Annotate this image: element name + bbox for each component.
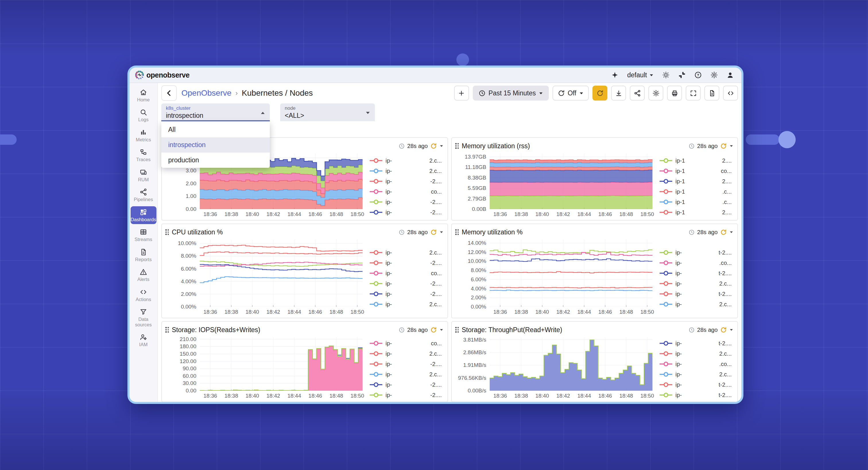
chart-plot[interactable] — [490, 240, 652, 307]
legend-item[interactable]: ip--2.... — [369, 281, 442, 287]
chart-plot[interactable] — [200, 240, 363, 307]
chart-plot[interactable] — [490, 153, 652, 209]
sidebar-item-actions[interactable]: Actions — [131, 286, 156, 304]
json-view-button[interactable] — [704, 86, 719, 100]
legend-item[interactable]: ip-t-2.... — [659, 382, 732, 388]
legend-item[interactable]: ip-2.c... — [659, 281, 732, 287]
back-button[interactable] — [161, 85, 177, 101]
legend-item[interactable]: ip-12.... — [659, 157, 732, 164]
refresh-now-button[interactable] — [592, 86, 608, 100]
legend-item[interactable]: ip-12.... — [659, 209, 732, 216]
auto-refresh-button[interactable]: Off — [553, 86, 589, 100]
legend-item[interactable]: ip--2.... — [369, 178, 442, 185]
drag-handle-icon[interactable] — [455, 229, 459, 235]
legend-item[interactable]: ip-2.c... — [369, 157, 442, 164]
legend-item[interactable]: ip-1.c... — [659, 188, 732, 195]
legend-item[interactable]: ip-t-2.... — [659, 291, 732, 297]
legend-item[interactable]: ip-2.c... — [369, 351, 442, 357]
share-button[interactable] — [630, 86, 645, 100]
legend-item[interactable]: ip-2.c... — [369, 168, 442, 174]
legend-item[interactable]: ip--2.... — [369, 361, 442, 368]
legend-item[interactable]: ip-t-2.... — [659, 270, 732, 277]
legend-item[interactable]: ip-co... — [369, 270, 442, 277]
legend-item[interactable]: ip--2.... — [369, 260, 442, 266]
legend-item[interactable]: ip-1.c... — [659, 199, 732, 205]
export-button[interactable] — [611, 86, 626, 100]
legend-item[interactable]: ip-2.c... — [369, 301, 442, 308]
legend-item[interactable]: ip--2.... — [369, 209, 442, 216]
legend-item[interactable]: ip-co... — [369, 188, 442, 195]
help-button[interactable]: ? — [694, 71, 702, 79]
user-menu-button[interactable] — [726, 71, 734, 79]
ai-sparkle-button[interactable] — [611, 71, 619, 79]
brand[interactable]: openobserve — [135, 71, 189, 79]
legend-item[interactable]: ip--2.... — [369, 199, 442, 205]
legend-item[interactable]: ip--2.... — [369, 392, 442, 399]
sidebar-item-rum[interactable]: RUM — [131, 166, 156, 184]
cluster-option-all[interactable]: All — [161, 122, 270, 137]
query-inspector-button[interactable] — [723, 86, 738, 100]
legend-item[interactable]: ip-2.c... — [659, 371, 732, 378]
cluster-option-introspection[interactable]: introspection — [161, 137, 270, 152]
panel-refresh-icon[interactable] — [430, 143, 437, 149]
add-panel-button[interactable] — [454, 86, 469, 100]
sidebar-item-reports[interactable]: Reports — [131, 246, 156, 264]
panel-refresh-icon[interactable] — [430, 229, 437, 236]
legend-item[interactable]: ip-t-2.... — [659, 249, 732, 256]
legend-item[interactable]: ip--2.... — [369, 382, 442, 388]
drag-handle-icon[interactable] — [455, 327, 459, 333]
legend-item[interactable]: ip-12.... — [659, 178, 732, 185]
sidebar-item-traces[interactable]: Traces — [131, 146, 156, 164]
sidebar-item-pipelines[interactable]: Pipelines — [131, 186, 156, 204]
panel-refresh-icon[interactable] — [720, 143, 727, 149]
x-tick-label: 18:44 — [577, 393, 591, 399]
drag-handle-icon[interactable] — [455, 143, 459, 149]
legend-item[interactable]: ip-.co... — [659, 361, 732, 368]
fullscreen-button[interactable] — [686, 86, 701, 100]
decor-circle-top — [456, 53, 469, 66]
legend-item[interactable]: ip-2.c... — [659, 351, 732, 357]
legend-item[interactable]: ip-.co... — [659, 260, 732, 266]
cluster-option-production[interactable]: production — [161, 152, 270, 168]
theme-toggle-button[interactable] — [662, 71, 670, 79]
panel-menu-icon[interactable] — [439, 145, 443, 147]
legend-item[interactable]: ip-co... — [369, 340, 442, 347]
sidebar-item-iam[interactable]: IAM — [131, 331, 156, 349]
cluster-select[interactable]: k8s_cluster introspection Allintrospecti… — [161, 104, 270, 121]
legend-item[interactable]: ip-1co... — [659, 168, 732, 174]
chart-plot[interactable] — [490, 337, 652, 391]
sidebar-item-home[interactable]: Home — [131, 86, 156, 104]
dashboard-settings-button[interactable] — [648, 86, 663, 100]
panel-menu-icon[interactable] — [730, 145, 733, 147]
print-button[interactable] — [667, 86, 682, 100]
legend-item[interactable]: ip--2.... — [369, 291, 442, 297]
panel-refresh-icon[interactable] — [720, 327, 727, 333]
panel-menu-icon[interactable] — [730, 328, 733, 331]
settings-button[interactable] — [710, 71, 718, 79]
legend-item[interactable]: ip-2.c... — [369, 371, 442, 378]
drag-handle-icon[interactable] — [165, 327, 169, 333]
sidebar-item-logs[interactable]: Logs — [131, 106, 156, 124]
legend-item[interactable]: ip-2.c... — [659, 301, 732, 308]
legend-item[interactable]: ip-t-2.... — [659, 392, 732, 399]
sidebar-item-streams[interactable]: Streams — [131, 226, 156, 244]
drag-handle-icon[interactable] — [165, 229, 169, 235]
node-select[interactable]: node <ALL> — [280, 104, 375, 121]
panel-refresh-icon[interactable] — [720, 229, 727, 236]
sidebar-item-alerts[interactable]: Alerts — [131, 266, 156, 284]
legend-item[interactable]: ip-t-2.... — [659, 340, 732, 347]
chart-plot[interactable] — [200, 337, 363, 391]
slack-button[interactable] — [678, 71, 686, 79]
panel-menu-icon[interactable] — [439, 231, 443, 234]
time-range-button[interactable]: Past 15 Minutes — [473, 86, 549, 100]
sidebar-item-dashboards[interactable]: Dashboards — [131, 206, 156, 224]
panel-menu-icon[interactable] — [439, 328, 443, 331]
breadcrumb-root-link[interactable]: OpenObserve — [181, 88, 231, 98]
workspace-selector[interactable]: default — [627, 71, 654, 79]
legend-label-truncated: t-2.... — [718, 392, 732, 399]
panel-menu-icon[interactable] — [730, 231, 733, 234]
legend-item[interactable]: ip-2.c... — [369, 249, 442, 256]
sidebar-item-data-sources[interactable]: Data sources — [131, 306, 156, 329]
sidebar-item-metrics[interactable]: Metrics — [131, 126, 156, 144]
panel-refresh-icon[interactable] — [430, 327, 437, 333]
